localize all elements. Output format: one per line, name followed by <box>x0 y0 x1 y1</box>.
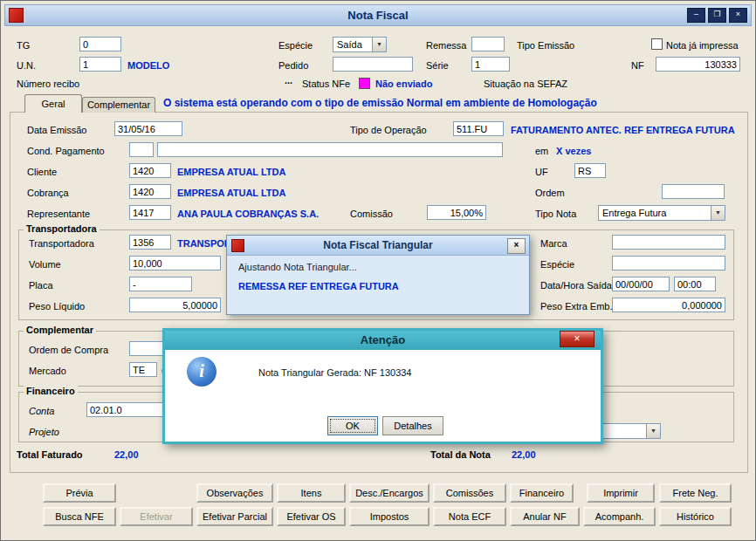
observacoes-button[interactable]: Observações <box>196 483 273 503</box>
transp-especie-input[interactable] <box>612 256 725 270</box>
efetivar-os-button[interactable]: Efetivar OS <box>277 507 346 526</box>
nota-ja-impressa-checkbox[interactable] <box>651 38 663 50</box>
un-desc: MODELO <box>127 60 169 71</box>
app-icon <box>231 239 244 252</box>
imprimir-button[interactable]: Imprimir <box>587 483 655 503</box>
total-faturado-value: 22,00 <box>114 449 139 460</box>
status-nfe-label: Status NFe <box>302 79 350 89</box>
historico-button[interactable]: Histórico <box>659 507 732 526</box>
chevron-down-icon: ▼ <box>711 206 725 220</box>
transp-especie-label: Espécie <box>540 259 574 270</box>
comissao-label: Comissão <box>350 209 393 219</box>
vezes-text: X vezes <box>556 146 591 156</box>
data-saida-input[interactable] <box>612 277 670 291</box>
cond-pagamento-desc-input[interactable] <box>157 142 503 157</box>
detalhes-button[interactable]: Detalhes <box>382 416 443 435</box>
uf-input[interactable] <box>574 163 606 178</box>
nota-ja-impressa-label: Nota já impressa <box>666 40 739 51</box>
tipo-nota-label: Tipo Nota <box>535 209 576 219</box>
remessa-input[interactable] <box>471 37 505 51</box>
volume-input[interactable] <box>129 256 221 270</box>
dialog-triangular-line2: REMESSA REF ENTREGA FUTURA <box>238 281 399 291</box>
transportadora-input[interactable] <box>129 235 171 250</box>
representante-label: Representante <box>27 209 90 219</box>
tab-geral[interactable]: Geral <box>24 94 82 113</box>
data-hora-saida-label: Data/Hora Saída <box>540 280 612 291</box>
mercado-input[interactable] <box>129 362 157 377</box>
hora-saida-input[interactable] <box>674 277 716 291</box>
peso-extra-label: Peso Extra Emb. <box>540 301 613 312</box>
cond-pagamento-code-input[interactable] <box>129 142 154 157</box>
homologacao-banner: O sistema está operando com o tipo de em… <box>163 97 597 109</box>
cliente-input[interactable] <box>129 163 171 178</box>
anular-nf-button[interactable]: Anular NF <box>510 507 580 526</box>
peso-liquido-input[interactable] <box>129 298 221 312</box>
dialog-triangular-line1: Ajustando Nota Triangular... <box>238 262 357 272</box>
itens-button[interactable]: Itens <box>277 483 346 503</box>
tipo-operacao-input[interactable] <box>453 121 504 136</box>
total-faturado-label: Total Faturado <box>17 449 83 460</box>
cliente-desc: EMPRESA ATUAL LTDA <box>177 167 285 177</box>
placa-label: Placa <box>29 280 53 291</box>
recibo-ellipsis-button[interactable]: ... <box>285 75 292 86</box>
tab-complementar[interactable]: Complementar <box>82 97 155 113</box>
comissao-input[interactable] <box>427 205 486 220</box>
busca-nfe-button[interactable]: Busca NFE <box>43 507 116 526</box>
financeiro-group-label: Financeiro <box>24 386 78 396</box>
dialog-atencao: Atenção × i Nota Triangular Gerada: NF 1… <box>162 328 603 444</box>
cobranca-label: Cobrança <box>27 188 69 198</box>
frete-neg-button[interactable]: Frete Neg. <box>659 483 732 503</box>
placa-input[interactable] <box>129 277 192 291</box>
representante-desc: ANA PAULA COBRANÇAS S.A. <box>177 209 319 219</box>
peso-extra-input[interactable] <box>612 298 725 312</box>
serie-input[interactable] <box>471 57 510 72</box>
nf-label: NF <box>631 60 644 71</box>
serie-label: Série <box>426 60 449 71</box>
tg-input[interactable] <box>79 37 121 51</box>
chevron-down-icon: ▼ <box>646 424 660 438</box>
cobranca-input[interactable] <box>129 184 171 199</box>
data-emissao-label: Data Emissão <box>27 125 86 135</box>
comissoes-button[interactable]: Comissões <box>433 483 506 503</box>
tg-label: TG <box>17 40 30 51</box>
ordem-label: Ordem <box>535 188 565 198</box>
previa-button[interactable]: Prévia <box>43 483 116 503</box>
marca-input[interactable] <box>612 235 725 250</box>
nf-input[interactable] <box>656 57 740 72</box>
close-icon[interactable]: × <box>560 331 594 347</box>
data-emissao-input[interactable] <box>114 121 182 136</box>
ordem-input[interactable] <box>662 184 725 199</box>
close-icon[interactable]: × <box>729 8 747 23</box>
impostos-button[interactable]: Impostos <box>349 507 430 526</box>
representante-input[interactable] <box>129 205 171 220</box>
peso-liquido-label: Peso Líquido <box>29 301 85 312</box>
info-icon: i <box>187 357 216 387</box>
ok-button[interactable]: OK <box>327 416 378 435</box>
tipo-nota-select[interactable]: Entrega Futura ▼ <box>598 205 725 221</box>
cliente-label: Cliente <box>27 167 57 177</box>
tipo-nota-value: Entrega Futura <box>602 208 666 218</box>
dialog-atencao-titlebar: Atenção <box>165 331 601 350</box>
close-icon[interactable]: × <box>507 238 526 254</box>
un-input[interactable] <box>79 57 121 72</box>
tipo-operacao-label: Tipo de Operação <box>350 125 427 135</box>
chevron-down-icon: ▼ <box>372 38 386 51</box>
cobranca-desc: EMPRESA ATUAL LTDA <box>177 188 285 198</box>
minimize-icon[interactable]: – <box>687 8 705 23</box>
projeto-label: Projeto <box>29 427 59 437</box>
tipo-emissao-label: Tipo Emissão <box>517 40 574 51</box>
especie-value: Saída <box>337 39 362 50</box>
remessa-label: Remessa <box>426 40 466 51</box>
cond-pagamento-label: Cond. Pagamento <box>27 146 105 156</box>
maximize-icon[interactable]: ❐ <box>708 8 726 23</box>
nota-ecf-button[interactable]: Nota ECF <box>433 507 506 526</box>
desc-encargos-button[interactable]: Desc./Encargos <box>349 483 430 503</box>
efetivar-parcial-button[interactable]: Efetivar Parcial <box>196 507 273 526</box>
pedido-input[interactable] <box>333 57 413 72</box>
especie-select[interactable]: Saída ▼ <box>333 37 387 52</box>
conta-input[interactable] <box>86 402 165 417</box>
acompanh-button[interactable]: Acompanh. <box>583 507 656 526</box>
dialog-triangular-titlebar: Nota Fiscal Triangular × <box>227 236 529 256</box>
financeiro-button[interactable]: Financeiro <box>510 483 574 503</box>
dialog-triangular-title: Nota Fiscal Triangular <box>227 239 529 251</box>
